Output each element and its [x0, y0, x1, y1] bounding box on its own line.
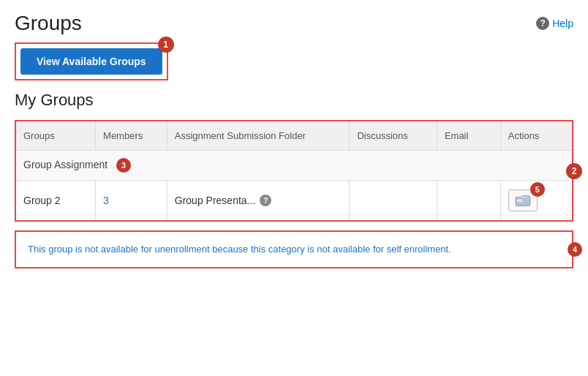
help-label: Help: [552, 18, 573, 29]
group-2-assignment-cell: Group Presenta... ?: [167, 181, 350, 221]
groups-table: Groups Members Assignment Submission Fol…: [16, 121, 572, 220]
col-header-groups: Groups: [16, 121, 96, 151]
info-row-container: This group is not available for unenroll…: [15, 230, 573, 268]
submission-folder-help-icon[interactable]: ?: [260, 195, 271, 206]
group-assignment-label: Group Assignment: [23, 159, 108, 170]
col-header-assignment: Assignment Submission Folder: [167, 121, 350, 151]
col-header-discussions: Discussions: [350, 121, 437, 151]
group-2-email-cell: [437, 181, 500, 221]
info-row: This group is not available for unenroll…: [15, 230, 573, 268]
group-assignment-row: Group Assignment 3: [16, 151, 572, 181]
top-bar: Groups ? Help: [15, 12, 573, 35]
submission-folder-text: Group Presenta...: [175, 195, 256, 206]
col-header-actions: Actions: [500, 121, 572, 151]
my-groups-title: My Groups: [15, 91, 573, 110]
submission-folder-area: Group Presenta... ?: [175, 195, 342, 206]
table-header-row: Groups Members Assignment Submission Fol…: [16, 121, 572, 151]
badge-2: 2: [566, 163, 582, 179]
help-area[interactable]: ? Help: [536, 17, 573, 30]
group-assignment-cell: Group Assignment 3: [16, 151, 572, 181]
group-2-actions-cell: 5: [500, 181, 572, 221]
folder-icon: [515, 194, 531, 207]
groups-table-wrapper: Groups Members Assignment Submission Fol…: [15, 120, 573, 222]
col-header-members: Members: [96, 121, 167, 151]
page-container: Groups ? Help View Available Groups 1 My…: [0, 0, 588, 376]
badge-3: 3: [116, 158, 131, 173]
badge-1: 1: [158, 37, 174, 53]
help-circle-icon: ?: [536, 17, 549, 30]
group-2-members-cell: 3: [96, 181, 167, 221]
page-title: Groups: [15, 12, 82, 35]
view-available-groups-button[interactable]: View Available Groups: [20, 48, 162, 75]
badge-4: 4: [568, 242, 582, 257]
group-2-members-link[interactable]: 3: [103, 195, 109, 206]
info-message: This group is not available for unenroll…: [28, 242, 560, 257]
group-2-discussions-cell: [350, 181, 437, 221]
badge-5: 5: [530, 182, 545, 197]
view-groups-section: View Available Groups 1: [15, 42, 168, 80]
group-2-row: Group 2 3 Group Presenta... ?: [16, 181, 572, 221]
group-2-name: Group 2: [23, 195, 61, 206]
col-header-email: Email: [437, 121, 500, 151]
group-2-name-cell: Group 2: [16, 181, 96, 221]
